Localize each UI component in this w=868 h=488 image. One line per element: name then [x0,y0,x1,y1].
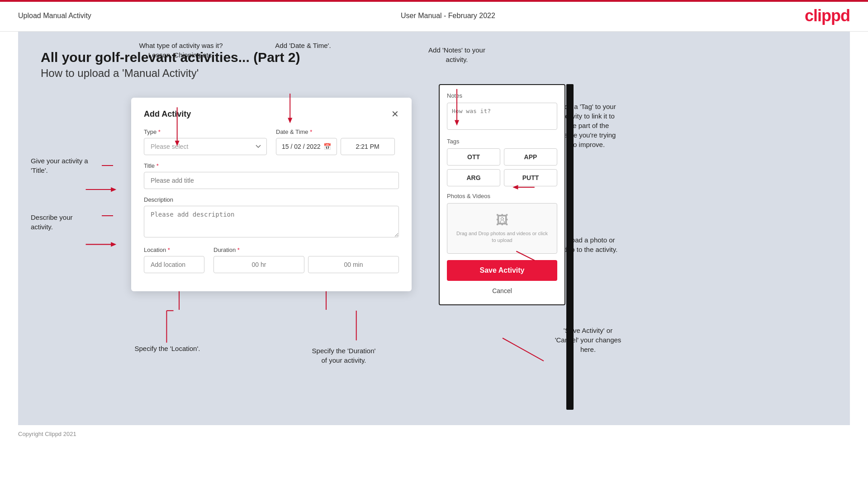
location-group: Location * [144,246,204,273]
ann-notes: Add 'Notes' to youractivity. [398,45,516,64]
date-input[interactable]: 15 / 02 / 2022 📅 [276,138,337,155]
ann-add-date: Add 'Date & Time'. [253,41,353,50]
add-activity-modal: Add Activity ✕ Type * Please select Date… [131,98,412,291]
date-value: 15 / 02 / 2022 [282,143,321,150]
top-bar: Upload Manual Activity User Manual - Feb… [0,0,868,32]
upload-icon: 🖼 [456,213,548,227]
tag-arg[interactable]: ARG [447,169,500,186]
tags-label: Tags [447,138,557,145]
description-label: Description [144,196,399,203]
footer: Copyright Clippd 2021 [0,425,868,443]
title-row: Title * [144,162,399,189]
datetime-inputs: 15 / 02 / 2022 📅 2:21 PM [276,138,399,155]
copyright: Copyright Clippd 2021 [18,431,76,437]
type-group: Type * Please select [144,128,267,155]
time-input[interactable]: 2:21 PM [341,138,395,155]
modal-title: Add Activity [144,109,191,119]
page-subtitle: How to upload a 'Manual Activity' [41,67,827,80]
modal-close-button[interactable]: ✕ [391,109,399,119]
ann-duration: Specify the 'Duration'of your activity. [280,346,407,365]
title-label: Title * [144,162,399,169]
title-input[interactable] [144,172,399,189]
upload-text: Drag and Drop photos and videos or click… [456,230,548,244]
calendar-icon: 📅 [323,143,331,150]
photos-label: Photos & Videos [447,193,557,199]
description-group: Description [144,196,399,239]
type-select[interactable]: Please select [144,138,267,155]
tag-app[interactable]: APP [504,148,557,166]
page-header-left: Upload Manual Activity [18,12,91,20]
tag-putt[interactable]: PUTT [504,169,557,186]
duration-min-input[interactable] [308,256,399,273]
ann-save-cancel: 'Save Activity' or'Cancel' your changesh… [529,326,647,354]
duration-label: Duration * [213,246,399,253]
ann-what-type: What type of activity was it?Lesson, Chi… [118,41,244,60]
datetime-group: Date & Time * 15 / 02 / 2022 📅 2:21 PM [276,128,399,155]
tag-ott[interactable]: OTT [447,148,500,166]
type-label: Type * [144,128,267,135]
location-duration-row: Location * Duration * [144,246,399,273]
cancel-button[interactable]: Cancel [447,284,557,297]
notes-input[interactable] [447,103,557,130]
duration-hr-input[interactable] [213,256,304,273]
phone-panel: Notes Tags OTT APP ARG PUTT Photos & Vid… [439,84,565,305]
modal-header: Add Activity ✕ [144,109,399,119]
duration-inputs [213,256,399,273]
ann-location: Specify the 'Location'. [118,344,217,353]
location-label: Location * [144,246,204,253]
duration-group: Duration * [213,246,399,273]
location-input[interactable] [144,256,204,273]
description-input[interactable] [144,206,399,237]
title-group: Title * [144,162,399,189]
description-row: Description [144,196,399,239]
type-date-row: Type * Please select Date & Time * 15 / … [144,128,399,155]
upload-area[interactable]: 🖼 Drag and Drop photos and videos or cli… [447,203,557,254]
page-header-center: User Manual - February 2022 [401,12,495,20]
notes-label: Notes [447,92,557,99]
content-area: All your golf-relevant activities... (Pa… [18,32,850,425]
logo: clippd [805,6,850,25]
tags-grid: OTT APP ARG PUTT [447,148,557,186]
datetime-label: Date & Time * [276,128,399,135]
save-activity-button[interactable]: Save Activity [447,260,557,281]
phone-side-bar [566,84,574,410]
